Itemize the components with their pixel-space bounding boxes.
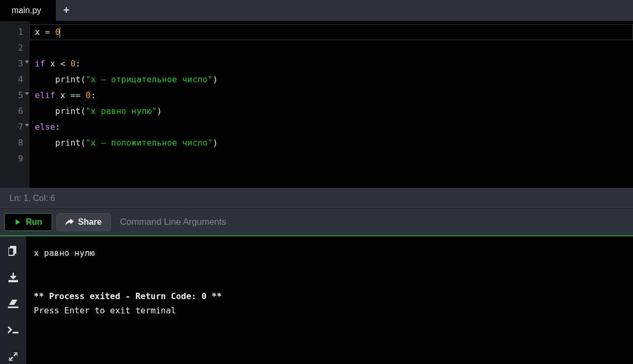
- output-side-toolbar: [0, 236, 26, 364]
- code-line[interactable]: print("x — отрицательное число"): [35, 72, 633, 88]
- svg-rect-1: [8, 248, 14, 255]
- share-icon: [65, 218, 74, 226]
- copy-icon: [8, 246, 18, 256]
- line-number: 1: [0, 24, 30, 40]
- line-gutter: 123456789: [0, 21, 30, 188]
- code-line[interactable]: [35, 40, 633, 56]
- line-number: 9: [0, 151, 30, 167]
- download-button[interactable]: [6, 270, 21, 285]
- code-line[interactable]: else:: [35, 119, 633, 135]
- line-number: 7: [0, 119, 30, 135]
- fold-marker-icon[interactable]: [25, 92, 29, 95]
- terminal-line: [34, 274, 626, 289]
- tabs-bar: main.py +: [0, 0, 633, 21]
- code-content[interactable]: x = 0if x < 0: print("x — отрицательное …: [30, 21, 633, 188]
- terminal-line: [34, 260, 626, 274]
- line-number: 3: [0, 56, 30, 72]
- fold-marker-icon[interactable]: [25, 124, 29, 127]
- line-number: 8: [0, 135, 30, 151]
- plus-icon: +: [63, 4, 70, 16]
- cursor-position: Ln: 1, Col: 6: [9, 194, 55, 203]
- new-tab-button[interactable]: +: [56, 0, 77, 21]
- share-button[interactable]: Share: [56, 213, 110, 231]
- terminal-line: ** Process exited - Return Code: 0 **: [34, 289, 626, 303]
- code-line[interactable]: x = 0: [35, 24, 633, 40]
- run-button[interactable]: Run: [4, 213, 52, 231]
- toolbar: Run Share: [0, 208, 633, 235]
- code-line[interactable]: elif x == 0:: [35, 88, 633, 103]
- clear-button[interactable]: [6, 296, 21, 311]
- eraser-icon: [8, 300, 18, 308]
- terminal-output[interactable]: x равно нулю ** Process exited - Return …: [26, 236, 633, 364]
- expand-icon: [9, 352, 17, 361]
- line-number: 2: [0, 40, 30, 56]
- fold-marker-icon[interactable]: [25, 61, 29, 63]
- line-number: 4: [0, 72, 30, 88]
- download-icon: [8, 273, 18, 282]
- line-number: 6: [0, 103, 30, 119]
- code-editor[interactable]: 123456789 x = 0if x < 0: print("x — отри…: [0, 21, 633, 188]
- run-button-label: Run: [26, 217, 42, 227]
- command-line-args-input[interactable]: [115, 213, 629, 232]
- terminal-button[interactable]: [6, 323, 21, 338]
- terminal-icon: [8, 327, 18, 334]
- output-panel: x равно нулю ** Process exited - Return …: [0, 235, 633, 364]
- text-cursor: [60, 27, 60, 38]
- status-bar: Ln: 1, Col: 6: [0, 188, 633, 208]
- fullscreen-button[interactable]: [6, 349, 21, 364]
- code-line[interactable]: print("x — положительное число"): [35, 135, 633, 151]
- terminal-line: Press Enter to exit terminal: [34, 303, 626, 318]
- terminal-line: x равно нулю: [34, 246, 626, 260]
- play-icon: [14, 218, 22, 226]
- code-line[interactable]: print("x равно нулю"): [35, 103, 633, 119]
- svg-rect-2: [13, 332, 18, 333]
- copy-button[interactable]: [6, 244, 21, 258]
- line-number: 5: [0, 88, 30, 103]
- share-button-label: Share: [78, 217, 101, 227]
- code-line[interactable]: [35, 151, 633, 167]
- tab-main-py[interactable]: main.py: [0, 0, 56, 21]
- code-line[interactable]: if x < 0:: [35, 56, 633, 72]
